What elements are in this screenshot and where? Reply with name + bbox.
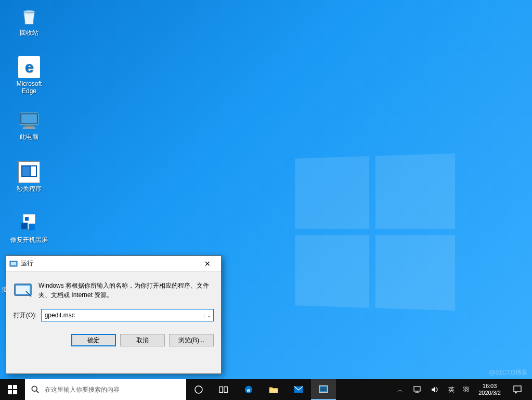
desktop-icon-label: 回收站: [9, 29, 49, 36]
desktop-icon-label: 秒关程序: [9, 185, 49, 192]
edge-icon: e: [18, 56, 40, 78]
watermark: @51CTO博客: [489, 368, 528, 377]
desktop-icon-seconds-shutdown[interactable]: 秒关程序: [9, 161, 49, 192]
svg-text:e: e: [247, 386, 251, 393]
browse-button[interactable]: 浏览(B)...: [169, 334, 214, 346]
wallpaper-windows-logo: [295, 153, 455, 311]
svg-rect-3: [24, 126, 34, 128]
svg-rect-19: [13, 390, 17, 394]
svg-rect-7: [31, 166, 36, 176]
svg-line-21: [36, 391, 38, 393]
svg-rect-34: [514, 386, 521, 392]
run-dialog-title: 运行: [21, 259, 33, 268]
svg-rect-24: [224, 387, 227, 393]
cortana-button[interactable]: [186, 379, 211, 400]
desktop-icon-recycle-bin[interactable]: 回收站: [9, 5, 49, 36]
folder-icon: [269, 385, 278, 394]
svg-point-22: [195, 386, 202, 393]
svg-rect-4: [23, 127, 36, 129]
cancel-button[interactable]: 取消: [120, 334, 165, 346]
svg-rect-31: [414, 386, 420, 391]
svg-rect-23: [219, 387, 223, 393]
mail-icon: [294, 385, 303, 394]
taskbar-mail[interactable]: [286, 379, 311, 400]
chevron-down-icon: ⌄: [207, 313, 211, 318]
system-tray: ︿ 英 羽 16:03 2020/3/2: [391, 379, 532, 400]
windows-icon: [8, 385, 17, 394]
open-combobox[interactable]: ⌄: [41, 309, 214, 321]
cortana-icon: [194, 385, 203, 394]
run-icon: [319, 384, 328, 394]
run-icon: [9, 260, 18, 268]
tray-ime-lang[interactable]: 英: [444, 385, 459, 394]
run-dialog: 运行 ✕ Windows 将根据你所输入的名称，为你打开相应的程序、文件夹、文档…: [6, 255, 222, 374]
clock-date: 2020/3/2: [478, 390, 501, 396]
open-label: 打开(O):: [14, 311, 37, 320]
tray-volume[interactable]: [426, 385, 444, 394]
task-view-button[interactable]: [211, 379, 236, 400]
taskbar-explorer[interactable]: [261, 379, 286, 400]
run-dialog-icon: [14, 281, 32, 300]
svg-rect-18: [8, 390, 12, 394]
desktop-icon-label: 修复开机黑屏: [9, 236, 49, 243]
network-icon: [413, 385, 422, 394]
desktop-icon-edge[interactable]: e Microsoft Edge: [9, 56, 49, 95]
clock-time: 16:03: [483, 383, 497, 390]
app-icon: [18, 212, 40, 234]
svg-rect-17: [13, 385, 17, 389]
tray-ime-mode[interactable]: 羽: [459, 385, 473, 394]
taskbar-search[interactable]: 在这里输入你要搜索的内容: [25, 379, 186, 400]
start-button[interactable]: [0, 379, 25, 400]
taskbar-run-active[interactable]: [311, 379, 336, 400]
svg-point-20: [32, 386, 37, 391]
edge-icon: e: [244, 385, 253, 394]
run-dialog-titlebar[interactable]: 运行 ✕: [6, 256, 221, 272]
task-view-icon: [219, 385, 228, 394]
this-pc-icon: [18, 109, 40, 131]
open-input[interactable]: [42, 312, 204, 319]
taskbar-edge[interactable]: e: [236, 379, 261, 400]
svg-rect-30: [320, 387, 327, 392]
desktop-icon-label: Microsoft Edge: [9, 80, 49, 95]
app-icon: [18, 161, 40, 183]
svg-rect-2: [21, 114, 37, 124]
svg-rect-10: [21, 223, 28, 229]
tray-network[interactable]: [409, 385, 426, 394]
svg-point-0: [24, 10, 35, 13]
notification-icon: [513, 385, 522, 394]
recycle-bin-icon: [18, 5, 40, 27]
svg-rect-11: [29, 224, 35, 230]
desktop-icon-label: 此电脑: [9, 133, 49, 140]
search-icon: [31, 385, 40, 394]
dropdown-button[interactable]: ⌄: [204, 313, 213, 318]
desktop-icon-fix-blackscreen[interactable]: 修复开机黑屏: [9, 212, 49, 243]
run-dialog-description: Windows 将根据你所输入的名称，为你打开相应的程序、文件夹、文档或 Int…: [38, 281, 214, 300]
tray-clock[interactable]: 16:03 2020/3/2: [473, 383, 506, 396]
desktop-icon-this-pc[interactable]: 此电脑: [9, 109, 49, 140]
ok-button[interactable]: 确定: [71, 334, 116, 346]
action-center-button[interactable]: [506, 385, 529, 394]
svg-rect-16: [8, 385, 12, 389]
svg-rect-27: [269, 389, 278, 393]
taskbar: 在这里输入你要搜索的内容 e ︿ 英 羽 16:03 20: [0, 379, 532, 400]
volume-icon: [431, 385, 440, 394]
close-icon: ✕: [204, 260, 211, 268]
close-button[interactable]: ✕: [197, 256, 218, 271]
svg-rect-13: [11, 262, 16, 265]
svg-rect-6: [22, 166, 30, 176]
search-placeholder: 在这里输入你要搜索的内容: [45, 385, 120, 394]
tray-overflow[interactable]: ︿: [391, 386, 409, 394]
chevron-up-icon: ︿: [397, 386, 403, 394]
svg-rect-9: [25, 217, 29, 221]
